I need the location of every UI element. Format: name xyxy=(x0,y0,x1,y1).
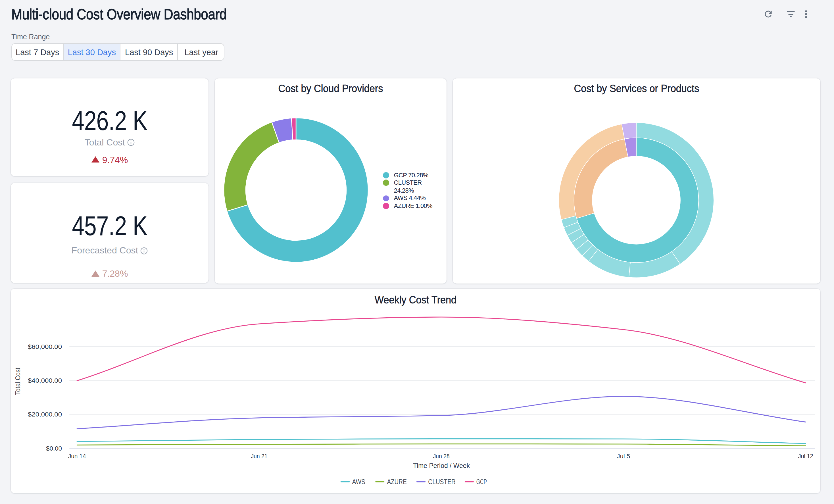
svg-text:$60,000.00: $60,000.00 xyxy=(28,343,62,350)
svg-text:Jun 14: Jun 14 xyxy=(68,453,86,460)
svg-text:GCP: GCP xyxy=(476,478,487,485)
svg-text:$0.00: $0.00 xyxy=(46,445,62,452)
svg-text:$40,000.00: $40,000.00 xyxy=(28,377,62,384)
svg-text:Time Period / Week: Time Period / Week xyxy=(413,462,470,469)
svg-text:AWS: AWS xyxy=(352,478,365,485)
svg-text:Jun 21: Jun 21 xyxy=(251,453,267,460)
svg-text:Jul 5: Jul 5 xyxy=(617,453,630,460)
svg-text:CLUSTER: CLUSTER xyxy=(428,478,456,485)
svg-text:$20,000.00: $20,000.00 xyxy=(28,411,62,418)
svg-text:Jul 12: Jul 12 xyxy=(798,453,813,460)
svg-text:Total Cost: Total Cost xyxy=(14,368,22,395)
svg-text:AZURE: AZURE xyxy=(387,478,407,485)
svg-text:Jun 28: Jun 28 xyxy=(433,453,449,460)
